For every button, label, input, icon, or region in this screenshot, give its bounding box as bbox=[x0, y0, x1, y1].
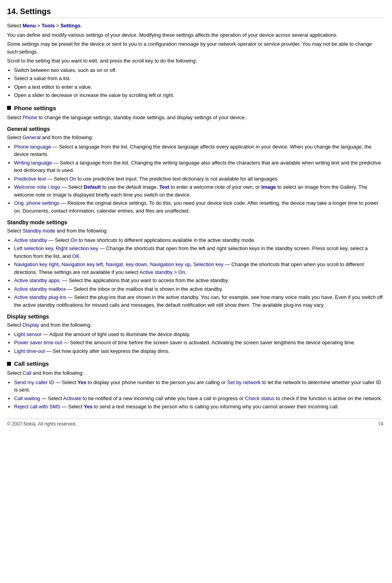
active-standby-ref-link[interactable]: Active standby bbox=[139, 269, 173, 275]
standby-settings-heading: Standby mode settings bbox=[7, 219, 383, 225]
list-item: Phone language — Select a language from … bbox=[14, 143, 383, 158]
intro-line3: Some settings may be preset for the devi… bbox=[7, 40, 383, 55]
list-item: Orig. phone settings — Restore the origi… bbox=[14, 199, 383, 215]
light-sensor-link[interactable]: Light sensor bbox=[14, 331, 42, 337]
list-item: Light sensor — Adjust the amount of ligh… bbox=[14, 331, 383, 338]
yes-link-2[interactable]: Yes bbox=[84, 404, 92, 410]
footer-page-number: 74 bbox=[378, 421, 383, 427]
left-selection-key-link[interactable]: Left selection key bbox=[14, 245, 53, 251]
settings-link[interactable]: Settings bbox=[61, 23, 80, 29]
active-standby-link[interactable]: Active standby bbox=[14, 237, 47, 243]
page-footer: © 2007 Nokia. All rights reserved. 74 bbox=[7, 418, 383, 427]
list-item: Active standby apps. — Select the applic… bbox=[14, 277, 383, 284]
send-caller-id-link[interactable]: Send my caller ID bbox=[14, 379, 54, 385]
call-link[interactable]: Call bbox=[23, 370, 31, 376]
phone-settings-section: Phone settings Select Phone to change th… bbox=[7, 105, 383, 355]
call-waiting-link[interactable]: Call waiting bbox=[14, 395, 40, 401]
set-by-network-link[interactable]: Set by network bbox=[227, 379, 261, 385]
list-item: Light time-out — Set how quickly after l… bbox=[14, 347, 383, 355]
call-settings-list: Send my caller ID — Select Yes to displa… bbox=[14, 379, 383, 411]
list-item: Power saver time-out — Select the amount… bbox=[14, 339, 383, 347]
ok-link[interactable]: OK bbox=[72, 253, 80, 259]
orig-phone-settings-link[interactable]: Orig. phone settings bbox=[14, 200, 59, 206]
list-item: Call waiting — Select Activate to be not… bbox=[14, 395, 383, 402]
block-icon bbox=[7, 106, 11, 110]
footer-copyright: © 2007 Nokia. All rights reserved. bbox=[7, 421, 77, 427]
standby-settings-subsection: Standby mode settings Select Standby mod… bbox=[7, 219, 383, 309]
list-item: Active standby — Select On to have short… bbox=[14, 236, 383, 244]
list-item: Send my caller ID — Select Yes to displa… bbox=[14, 379, 383, 394]
display-settings-heading: Display settings bbox=[7, 313, 383, 320]
display-settings-subsection: Display settings Select Display and from… bbox=[7, 313, 383, 355]
on-ref-link[interactable]: On bbox=[178, 269, 185, 275]
reject-call-sms-link[interactable]: Reject call with SMS bbox=[14, 404, 60, 410]
list-item: Left selection key, Right selection key … bbox=[14, 245, 383, 260]
right-selection-key-link[interactable]: Right selection key bbox=[56, 245, 98, 251]
call-settings-heading: Call settings bbox=[7, 360, 383, 367]
bullet-item: Switch between two values, such as on or… bbox=[14, 66, 383, 74]
predictive-text-link[interactable]: Predictive text bbox=[14, 176, 46, 182]
list-item: Predictive text — Select On to use predi… bbox=[14, 175, 383, 183]
list-item: Active standby mailbox — Select the inbo… bbox=[14, 285, 383, 293]
intro-line1: Select Menu > Tools > Settings. bbox=[7, 22, 383, 30]
menu-link[interactable]: Menu bbox=[23, 23, 36, 29]
list-item: Reject call with SMS — Select Yes to sen… bbox=[14, 403, 383, 411]
standby-settings-list: Active standby — Select On to have short… bbox=[14, 236, 383, 309]
general-link[interactable]: General bbox=[23, 134, 41, 140]
phone-link[interactable]: Phone bbox=[23, 114, 37, 120]
intro-section: Select Menu > Tools > Settings. You can … bbox=[7, 22, 383, 99]
nav-key-up-link[interactable]: Navigation key up bbox=[150, 261, 190, 267]
writing-language-link[interactable]: Writing language bbox=[14, 160, 52, 166]
intro-line4: Scroll to the setting that you want to e… bbox=[7, 57, 383, 65]
yes-link-1[interactable]: Yes bbox=[78, 379, 86, 385]
phone-settings-intro: Select Phone to change the language sett… bbox=[7, 114, 383, 122]
predictive-on-link[interactable]: On bbox=[69, 176, 76, 182]
nav-key-right-link[interactable]: Navigation key right bbox=[14, 261, 59, 267]
active-standby-apps-link[interactable]: Active standby apps. bbox=[14, 277, 61, 283]
intro-line2: You can define and modify various settin… bbox=[7, 31, 383, 39]
active-standby-on-link[interactable]: On bbox=[71, 237, 77, 243]
intro-select-label: Select bbox=[7, 23, 23, 29]
check-status-link[interactable]: Check status bbox=[245, 395, 274, 401]
call-settings-section: Call settings Select Call and from the f… bbox=[7, 360, 383, 411]
block-icon bbox=[7, 362, 11, 366]
display-settings-list: Light sensor — Adjust the amount of ligh… bbox=[14, 331, 383, 355]
active-standby-mailbox-link[interactable]: Active standby mailbox bbox=[14, 286, 66, 292]
text-link[interactable]: Text bbox=[159, 184, 169, 190]
general-settings-list: Phone language — Select a language from … bbox=[14, 143, 383, 215]
display-link[interactable]: Display bbox=[23, 322, 39, 328]
list-item: Navigation key right, Navigation key lef… bbox=[14, 261, 383, 276]
standby-mode-link[interactable]: Standby mode bbox=[23, 228, 55, 234]
list-item: Active standby plug-ins — Select the plu… bbox=[14, 293, 383, 309]
tools-link[interactable]: Tools bbox=[42, 23, 55, 29]
intro-bullet-list: Switch between two values, such as on or… bbox=[14, 66, 383, 99]
call-settings-intro: Select Call and from the following: bbox=[7, 369, 383, 377]
welcome-note-link[interactable]: Welcome note / logo bbox=[14, 184, 60, 190]
general-settings-subsection: General settings Select General and from… bbox=[7, 126, 383, 215]
list-item: Writing language — Select a language fro… bbox=[14, 159, 383, 174]
active-standby-plugins-link[interactable]: Active standby plug-ins bbox=[14, 294, 66, 300]
general-settings-heading: General settings bbox=[7, 126, 383, 132]
activate-link[interactable]: Activate bbox=[63, 395, 81, 401]
phone-settings-heading: Phone settings bbox=[7, 105, 383, 111]
general-settings-intro: Select General and from the following: bbox=[7, 134, 383, 141]
nav-key-down-link[interactable]: Navigat. key down bbox=[106, 261, 147, 267]
selection-key-link[interactable]: Selection key bbox=[193, 261, 223, 267]
bullet-item: Select a value from a list. bbox=[14, 75, 383, 82]
default-link[interactable]: Default bbox=[84, 184, 101, 190]
page-title: 14. Settings bbox=[7, 7, 383, 18]
standby-settings-intro: Select Standby mode and from the followi… bbox=[7, 227, 383, 235]
bullet-item: Open a text editor to enter a value. bbox=[14, 83, 383, 91]
bullet-item: Open a slider to decrease or increase th… bbox=[14, 91, 383, 99]
list-item: Welcome note / logo — Select Default to … bbox=[14, 183, 383, 199]
light-timeout-link[interactable]: Light time-out bbox=[14, 348, 45, 354]
power-saver-timeout-link[interactable]: Power saver time-out bbox=[14, 340, 62, 345]
phone-language-link[interactable]: Phone language bbox=[14, 144, 51, 150]
image-link[interactable]: Image bbox=[261, 184, 276, 190]
display-settings-intro: Select Display and from the following: bbox=[7, 321, 383, 329]
nav-key-left-link[interactable]: Navigation key left bbox=[61, 261, 103, 267]
